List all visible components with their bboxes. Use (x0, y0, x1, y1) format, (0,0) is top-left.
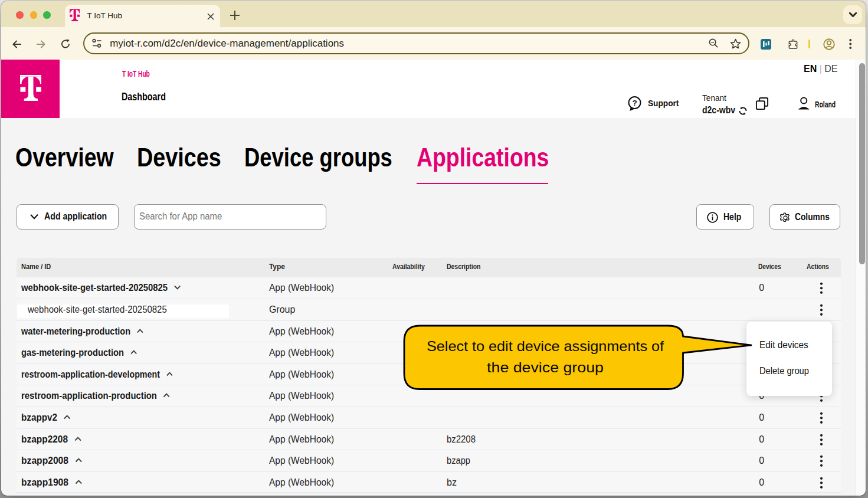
svg-text:?: ? (632, 99, 637, 107)
